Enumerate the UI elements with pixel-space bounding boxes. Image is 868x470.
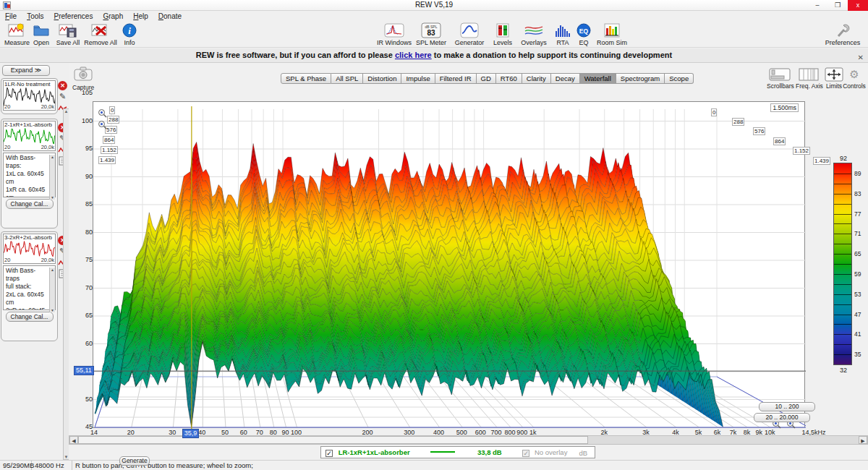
change-cal-button[interactable]: Change Cal... [6,312,54,322]
banner-close-icon[interactable]: ✕ [858,51,864,64]
thumb-range-lo: 20 [4,103,10,110]
capture-button[interactable]: Capture [72,67,94,91]
measurement-notes[interactable]: With Bass-traps full stack: 2xL ca. 60x4… [3,265,56,310]
edit-measurement-icon[interactable]: ✎ [58,92,67,101]
time-tick-left-1.152: 1.152 [101,146,118,154]
thumb-range-lo: 20 [4,257,10,263]
notes-scrollbar[interactable]: ▲▼ [49,155,55,200]
generator-button[interactable]: Generator [453,22,486,47]
room-sim-icon [596,22,628,39]
svg-text:i: i [128,25,131,36]
legend-trace-color-line [430,451,455,453]
menu-graph[interactable]: Graph [98,12,128,21]
colorbar-tick-83: 83 [854,190,861,197]
range-20-20000-button[interactable]: 20 .. 20.000 [754,413,810,422]
menu-donate[interactable]: Donate [153,12,187,21]
remove-measurement-icon[interactable]: ✕ [58,81,67,90]
save-all-button[interactable]: Save All [55,22,81,47]
wrench-icon [823,22,862,39]
close-button[interactable]: x [848,0,868,11]
levels-icon [490,22,515,39]
measurement-thumbnail-2[interactable]: 2-1xR+1xL-absorb 20 20,0k [3,121,56,151]
preferences-button[interactable]: Preferences [823,22,862,47]
measurement-thumbnail-1[interactable]: 1LR-No treatment 20 20,0k [3,80,56,111]
minimize-button[interactable]: – [807,0,827,11]
scroll-left-arrow[interactable]: ◀ [69,436,78,444]
colorbar-max-label: 92 [833,155,854,162]
tab-all-spl[interactable]: All SPL [331,73,363,84]
notes-scrollbar[interactable]: ▲▼ [49,268,55,312]
tab-scope[interactable]: Scope [665,73,694,84]
tab-spl-phase[interactable]: SPL & Phase [281,73,331,84]
open-button[interactable]: Open [30,22,52,47]
overlay-checkbox[interactable]: ✓ [522,450,529,457]
thumb-range-hi: 20,0k [41,144,54,150]
overlays-button[interactable]: Overlays [518,22,550,47]
freq-axis-icon [796,67,822,82]
change-cal-button[interactable]: Change Cal... [6,199,54,209]
info-button[interactable]: i Info [120,22,139,47]
room-sim-button[interactable]: Room Sim [596,22,628,47]
freq-axis-button[interactable]: Freq. Axis [796,67,822,90]
y-tick-90: 90 [74,173,93,180]
rta-button[interactable]: RTA [553,22,573,47]
title-bar: REW V5,19 – ❒ x [0,0,868,11]
remove-all-button[interactable]: Remove All [84,22,117,47]
waterfall-plot[interactable]: 1.500ms Generate 10 .. 200 20 .. 20.000 [93,101,805,428]
menu-help[interactable]: Help [128,12,153,21]
colorbar-divider [834,284,851,285]
measurements-sidebar: Expand ≫ 1LR-No treatment 20 20,0k ✕ ✎ 2… [0,64,69,460]
colorbar-divider [834,324,851,325]
levels-button[interactable]: Levels [490,22,515,47]
colorbar-divider [834,244,851,244]
remove-all-icon [84,22,117,39]
open-folder-icon [30,22,52,39]
donation-link[interactable]: click here [395,51,432,59]
tab-waterfall[interactable]: Waterfall [580,73,616,84]
measurement-item-2[interactable]: 2-1xR+1xL-absorb 20 20,0k With Bass-trap… [1,119,58,228]
scroll-right-arrow[interactable]: ▶ [859,436,867,444]
toolbar: Measure Open Save All Remove All i Info … [0,21,868,48]
ir-windows-button[interactable]: IR Windows [376,22,412,47]
info-icon: i [120,22,139,39]
measurement-item-1[interactable]: 1LR-No treatment 20 20,0k [1,78,58,114]
colorbar-divider [834,254,851,255]
measure-icon [4,22,29,39]
tab-gd[interactable]: GD [477,73,496,84]
tab-rt60[interactable]: RT60 [496,73,522,84]
controls-button[interactable]: ⚙ Controls [841,67,867,90]
tab-clarity[interactable]: Clarity [522,73,551,84]
tab-impulse[interactable]: Impulse [401,73,435,84]
time-tick-left-0: 0 [109,106,115,114]
measurement-thumbnail-3[interactable]: 3-2xR+2xL-absorb 20 20,0k [3,234,56,264]
menu-tools[interactable]: Tools [22,12,48,21]
colorbar-tick-41: 41 [854,330,861,338]
thumb-range-hi: 20,0k [41,257,54,263]
expand-button[interactable]: Expand ≫ [2,65,50,76]
scrollbar-thumb[interactable] [78,436,588,444]
range-10-200-button[interactable]: 10 .. 200 [759,402,815,411]
tab-filtered-ir[interactable]: Filtered IR [435,73,477,84]
scrollbars-toggle-button[interactable]: Scrollbars [767,67,793,90]
time-tick-right-288: 288 [732,118,744,126]
y-tick-100: 100 [74,117,93,124]
menu-preferences[interactable]: Preferences [48,12,98,21]
maximize-button[interactable]: ❒ [827,0,848,11]
tab-spectrogram[interactable]: Spectrogram [616,73,665,84]
generate-button[interactable]: Generate [119,456,150,466]
tab-distortion[interactable]: Distortion [363,73,401,84]
measurement-item-3[interactable]: 3-2xR+2xL-absorb 20 20,0k With Bass-trap… [1,231,58,341]
colorbar-divider [834,354,851,355]
measurement-notes[interactable]: With Bass-traps: 1xL ca. 60x45 cm 1xR ca… [3,153,56,197]
tab-decay[interactable]: Decay [551,73,580,84]
trace-checkbox[interactable]: ✓ [326,450,333,457]
spl-meter-button[interactable]: dB SPL 83 SPL Meter [415,22,447,47]
zoom-x-icon[interactable] [98,108,107,117]
legend-row: ✓ LR-1xR+1xL-absorber 33,8 dB ✓ No overl… [69,445,868,460]
time-tick-right-0: 0 [711,108,717,116]
measure-button[interactable]: Measure [4,22,29,47]
eq-button[interactable]: EQ EQ [574,22,593,47]
menu-file[interactable]: File [0,12,22,21]
rta-icon [553,22,573,39]
zoom-y-icon[interactable] [98,119,107,129]
